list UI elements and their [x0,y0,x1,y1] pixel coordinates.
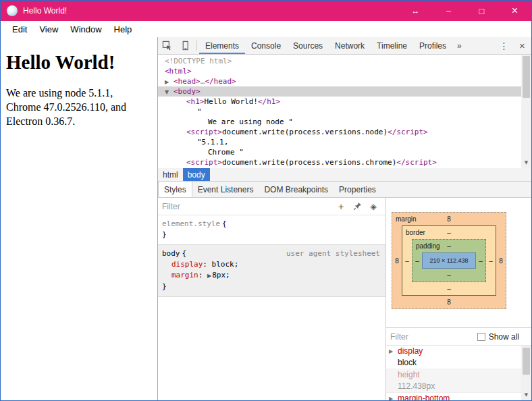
dom-tree-row[interactable]: " [158,107,531,117]
border-bottom-value[interactable]: – [402,282,496,295]
tab-event-listeners[interactable]: Event Listeners [192,182,259,197]
dom-tree-row[interactable]: "47.0.2526.110, and [158,167,531,168]
border-top-value[interactable]: – [447,229,451,236]
breadcrumb-item-html[interactable]: html [158,168,183,181]
computed-filter-input[interactable]: Filter [390,332,408,342]
element-style-rule[interactable]: element.style{ } [158,215,385,245]
computed-property[interactable]: height112.438px [386,369,531,393]
brace-close-line: } [162,282,383,292]
devtools-tab-strip: ElementsConsoleSourcesNetworkTimelinePro… [199,37,452,54]
border-right-value[interactable]: – [486,239,496,282]
padding-bottom-value[interactable]: – [413,269,485,282]
box-model-border[interactable]: border – – padding [402,225,496,296]
bottom-panels: Filter + ◈ element.style{ } [158,198,531,400]
computed-property[interactable]: ▶margin-bottom [386,393,531,400]
rule-open-line: user agent stylesheet body{ [162,248,383,259]
collapse-icon[interactable]: ▼ [165,87,174,97]
new-style-rule-button[interactable]: + [333,198,349,215]
body-style-rule[interactable]: user agent stylesheet body{ display: blo… [158,245,385,297]
menu-item-view[interactable]: View [33,21,64,37]
box-model-content[interactable]: 210 × 112.438 [422,252,476,269]
padding-right-value[interactable]: – [476,252,485,269]
window-minimize-button[interactable]: – [432,1,465,21]
title-bar[interactable]: Hello World! ↔ – □ × [1,1,531,21]
menu-item-edit[interactable]: Edit [6,21,33,37]
margin-top-value[interactable]: 8 [447,215,451,223]
tab-dom-breakpoints[interactable]: DOM Breakpoints [259,182,334,197]
css-property-value: block [212,260,234,269]
code-token: <head> [174,77,201,86]
show-all-checkbox[interactable] [477,333,485,341]
computed-property-name-row[interactable]: ▶display [386,346,531,357]
pin-button[interactable] [349,198,365,215]
computed-property-name-row[interactable]: ▶margin-bottom [386,393,531,400]
scroll-down-icon[interactable]: ▼ [521,390,531,400]
tab-profiles[interactable]: Profiles [413,37,452,54]
computed-property-name-row[interactable]: height [386,369,531,381]
box-model-diagram[interactable]: margin 8 8 border – [392,212,506,309]
styles-filter-input[interactable]: Filter [162,202,180,211]
menu-item-help[interactable]: Help [108,21,138,37]
dom-tree-row[interactable]: Chrome " [158,147,531,157]
devtools-menu-button[interactable]: ⋮ [495,37,513,54]
css-property[interactable]: margin: ▶8px; [162,270,383,282]
tab-styles[interactable]: Styles [158,182,192,197]
box-model-padding[interactable]: padding – – 210 × 112.438 – [412,239,486,282]
dom-tree-row[interactable]: <!DOCTYPE html> [158,56,531,66]
scroll-down-icon[interactable]: ▼ [521,158,531,168]
styles-filter-row: Filter + ◈ [158,198,385,215]
device-toolbar-button[interactable] [176,37,194,54]
expand-shorthand-icon[interactable]: ▶ [207,273,211,279]
dom-tree-row[interactable]: ▶<head>…</head> [158,76,531,86]
window-close-button[interactable]: × [498,1,531,21]
dom-tree-row[interactable]: ▼<body> [158,86,531,97]
computed-scrollbar-thumb[interactable] [523,348,530,375]
dom-tree-row[interactable]: <html> [158,66,531,76]
dom-tree-row[interactable]: We are using node " [158,117,531,127]
tab-timeline[interactable]: Timeline [371,37,413,54]
element-state-button[interactable]: ◈ [365,198,381,215]
margin-left-value[interactable]: 8 [392,225,402,296]
breadcrumb: htmlbody [158,168,531,182]
padding-top-value[interactable]: – [447,242,451,250]
computed-property[interactable]: ▶displayblock [386,346,531,369]
show-all-toggle[interactable]: Show all [477,332,527,342]
code-token: <script> [186,158,222,167]
devtools-close-button[interactable]: × [513,37,531,54]
elements-scrollbar[interactable]: ▼ [521,55,531,168]
inspect-element-button[interactable] [158,37,176,54]
breadcrumb-item-body[interactable]: body [183,168,210,181]
main-area: Hello World! We are using node 5.1.1,Chr… [1,37,531,400]
menu-item-window[interactable]: Window [64,21,107,37]
window-arrows-button[interactable]: ↔ [399,1,432,21]
elements-scrollbar-thumb[interactable] [523,56,530,98]
border-left-value[interactable]: – [402,239,412,282]
tab-network[interactable]: Network [329,37,371,54]
dom-tree-row[interactable]: <script>document.write(process.versions.… [158,157,531,167]
css-colon: : [198,271,207,279]
tab-elements[interactable]: Elements [199,37,245,54]
expand-icon[interactable]: ▶ [389,346,393,357]
margin-bottom-value[interactable]: 8 [392,296,506,309]
more-tabs-button[interactable]: » [452,37,467,54]
code-token: </head> [205,77,236,86]
tab-properties[interactable]: Properties [334,182,381,197]
tab-console[interactable]: Console [245,37,287,54]
dom-tree-row[interactable]: <script>document.write(process.versions.… [158,127,531,137]
inspect-icon [162,41,172,51]
expand-icon[interactable]: ▶ [165,77,174,87]
padding-left-value[interactable]: – [413,252,422,269]
device-toolbar-icon [180,41,190,51]
code-token: <script> [186,128,222,136]
margin-right-value[interactable]: 8 [496,225,506,296]
dom-tree-row[interactable]: "5.1.1, [158,137,531,147]
dom-tree-row[interactable]: <h1>Hello World!</h1> [158,97,531,107]
computed-scrollbar[interactable]: ▼ [521,346,531,400]
stylesheet-origin[interactable]: user agent stylesheet [286,248,380,259]
expand-icon[interactable]: ▶ [389,393,393,400]
window-maximize-button[interactable]: □ [465,1,498,21]
css-property[interactable]: display: block; [162,259,383,270]
code-token: <!DOCTYPE html> [165,57,232,65]
tab-sources[interactable]: Sources [287,37,329,54]
box-model-margin[interactable]: margin 8 8 border – [392,212,506,309]
